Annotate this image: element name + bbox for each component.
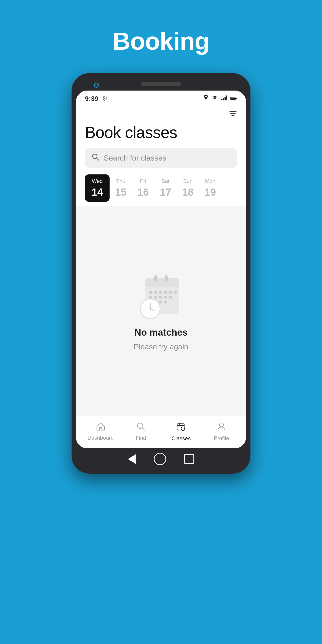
svg-rect-24 [154,296,157,298]
day-number: 16 [137,186,149,198]
no-matches-subtitle: Please try again [134,342,188,351]
svg-rect-23 [149,296,152,298]
status-bar: 9:39 ⚙ [76,90,246,105]
day-name: Wed [92,178,103,184]
nav-label-profile: Profile [214,435,229,442]
settings-icon: ⚙ [102,95,108,102]
status-time: 9:39 [85,95,98,102]
day-name: Sat [162,178,170,184]
day-number: 15 [115,186,126,198]
gesture-home[interactable] [154,453,166,465]
phone-gesture-bar [76,448,246,469]
page-title-section: Booking [0,0,322,73]
nav-label-find: Find [136,435,146,441]
svg-rect-30 [159,301,162,304]
svg-rect-21 [169,291,172,294]
day-number: 14 [92,186,103,198]
svg-rect-2 [224,97,226,100]
day-number: 19 [204,186,216,198]
svg-rect-0 [222,98,222,100]
phone-speaker [141,82,181,86]
phone-wrapper: 9:39 ⚙ [72,73,250,644]
content-area: No matches Please try again [76,206,246,416]
calendar-day-mon[interactable]: Mon 19 [199,174,222,202]
search-placeholder[interactable]: Search for classes [104,154,166,162]
phone-top-bar [76,80,246,90]
search-nav-icon [136,422,145,433]
search-bar[interactable]: Search for classes [85,148,237,168]
svg-line-11 [96,158,99,160]
phone-device: 9:39 ⚙ [72,73,250,474]
svg-rect-1 [223,98,224,100]
day-name: Sun [183,178,193,184]
svg-rect-14 [145,284,179,287]
svg-rect-16 [164,275,168,282]
svg-rect-25 [159,296,162,298]
signal-icon [222,95,227,102]
calendar-day-thu[interactable]: Thu 15 [110,174,132,202]
status-right [204,94,237,102]
svg-rect-5 [236,98,237,99]
svg-rect-6 [231,98,236,100]
calendar-strip: Wed 14 Thu 15 Fri 16 Sat 17 [76,174,246,206]
nav-item-dashboard[interactable]: Dashboard [80,422,121,441]
page-title: Booking [113,27,210,55]
svg-rect-20 [164,291,167,294]
calendar-day-sun[interactable]: Sun 18 [177,174,199,202]
app-header [76,105,246,121]
phone-camera [94,83,99,88]
calendar-day-wed[interactable]: Wed 14 [85,174,110,202]
wifi-icon [212,95,218,102]
calendar-day-fri[interactable]: Fri 16 [132,174,154,202]
nav-item-profile[interactable]: Profile [201,422,242,442]
empty-state-icon [134,271,188,320]
gesture-back[interactable] [128,454,136,464]
day-name: Fri [140,178,146,184]
app-content: Book classes Search for classes Wed 14 [76,105,246,448]
gesture-recents[interactable] [184,454,194,464]
svg-rect-17 [149,291,152,294]
svg-rect-31 [164,301,167,304]
svg-point-36 [149,308,151,310]
svg-rect-19 [159,291,162,294]
svg-rect-27 [169,296,172,298]
day-name: Thu [116,178,125,184]
phone-screen: 9:39 ⚙ [76,90,246,448]
svg-rect-15 [154,275,158,282]
filter-button[interactable] [229,109,237,119]
day-number: 17 [160,186,171,198]
status-left: 9:39 ⚙ [85,95,108,102]
bottom-nav: Dashboard Find [76,416,246,448]
no-matches-title: No matches [134,327,188,338]
nav-item-classes[interactable]: Classes [161,422,201,442]
svg-rect-3 [226,96,227,100]
classes-icon [176,422,186,434]
home-icon [96,422,105,433]
battery-icon [230,95,237,102]
svg-rect-18 [154,291,157,294]
nav-label-classes: Classes [172,435,190,442]
svg-rect-22 [174,291,177,294]
svg-point-47 [219,423,224,427]
svg-rect-26 [164,296,167,298]
svg-line-38 [142,428,145,430]
day-number: 18 [182,186,194,198]
nav-item-find[interactable]: Find [121,422,161,441]
profile-icon [217,422,226,433]
location-icon [204,94,208,102]
nav-label-dashboard: Dashboard [88,435,114,441]
calendar-day-sat[interactable]: Sat 17 [154,174,177,202]
search-icon [92,153,99,163]
page-heading: Book classes [76,121,246,148]
svg-rect-41 [177,425,184,426]
day-name: Mon [205,178,216,184]
